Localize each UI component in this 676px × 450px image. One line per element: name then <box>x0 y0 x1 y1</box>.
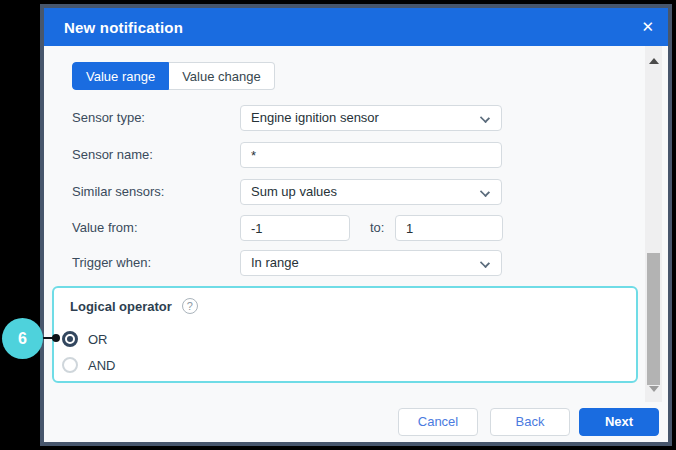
cancel-button[interactable]: Cancel <box>398 408 478 436</box>
sensor-type-select[interactable]: Engine ignition sensor <box>240 105 502 131</box>
trigger-when-select[interactable]: In range <box>240 250 502 276</box>
radio-and-label: AND <box>88 358 115 373</box>
sensor-name-input[interactable] <box>240 142 502 168</box>
chevron-down-icon <box>480 187 490 197</box>
help-icon[interactable]: ? <box>182 298 198 314</box>
sensor-type-label: Sensor type: <box>72 105 145 131</box>
to-label: to: <box>370 215 384 241</box>
trigger-when-label: Trigger when: <box>72 250 151 276</box>
dialog-titlebar: New notification ✕ <box>44 8 668 46</box>
close-icon[interactable]: ✕ <box>641 8 654 46</box>
logical-operator-section: Logical operator ? OR AND <box>52 286 638 383</box>
tab-bar: Value range Value change <box>72 62 275 90</box>
similar-sensors-select[interactable]: Sum up values <box>240 179 502 205</box>
radio-option-and[interactable]: AND <box>62 356 115 374</box>
dialog-title: New notification <box>64 19 183 36</box>
annotation-connector-dot <box>52 334 60 342</box>
similar-sensors-value: Sum up values <box>251 184 337 199</box>
value-from-label: Value from: <box>72 215 138 241</box>
tab-value-change[interactable]: Value change <box>169 62 275 90</box>
radio-unselected-icon[interactable] <box>62 357 78 373</box>
next-button[interactable]: Next <box>579 408 659 436</box>
similar-sensors-label: Similar sensors: <box>72 179 164 205</box>
new-notification-dialog: New notification ✕ Value range Value cha… <box>40 4 672 446</box>
value-from-input[interactable] <box>240 215 350 241</box>
scroll-up-icon[interactable] <box>649 58 659 64</box>
radio-or-label: OR <box>88 332 108 347</box>
chevron-down-icon <box>480 258 490 268</box>
tab-value-range[interactable]: Value range <box>72 62 169 90</box>
scrollbar-thumb[interactable] <box>647 253 660 385</box>
scroll-down-icon[interactable] <box>649 386 659 392</box>
annotation-badge-6: 6 <box>2 318 43 359</box>
sensor-name-label: Sensor name: <box>72 142 153 168</box>
sensor-type-value: Engine ignition sensor <box>251 110 379 125</box>
radio-option-or[interactable]: OR <box>62 330 108 348</box>
value-to-input[interactable] <box>395 215 503 241</box>
vertical-scrollbar[interactable] <box>645 46 662 402</box>
chevron-down-icon <box>480 113 490 123</box>
trigger-when-value: In range <box>251 255 299 270</box>
radio-selected-icon[interactable] <box>62 331 78 347</box>
logical-operator-title: Logical operator <box>70 299 172 314</box>
back-button[interactable]: Back <box>490 408 570 436</box>
